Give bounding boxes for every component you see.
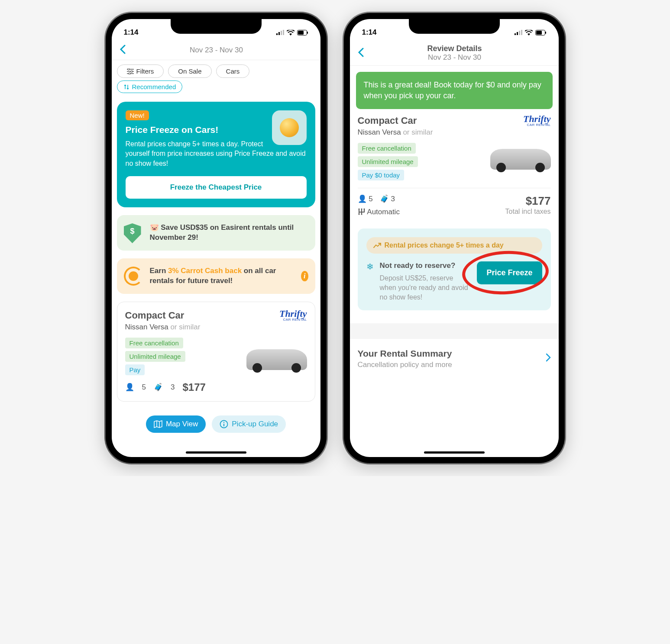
svg-rect-3: [283, 30, 284, 35]
car-model: Nissan Versa: [125, 323, 168, 331]
home-indicator[interactable]: [424, 451, 485, 454]
freeze-desc: Deposit US$25, reserve when you're ready…: [380, 274, 471, 302]
wifi-icon: [525, 30, 533, 35]
tag-pay: Pay: [125, 364, 145, 375]
tag-unlimited-mileage: Unlimited mileage: [358, 156, 418, 167]
coin-icon: [272, 110, 307, 145]
bags: 3: [391, 195, 395, 203]
svg-rect-14: [517, 32, 518, 35]
summary-sub: Cancellation policy and more: [358, 361, 452, 369]
chevron-right-icon: [546, 353, 551, 364]
nav-dates: Nov 23 - Nov 30: [128, 46, 305, 55]
trend-up-icon: [373, 243, 381, 248]
svg-point-22: [363, 209, 365, 210]
pax: 5: [369, 195, 372, 203]
svg-rect-13: [515, 33, 516, 35]
chevron-left-icon: [120, 45, 126, 54]
deal-banner: This is a great deal! Book today for $0 …: [356, 72, 553, 109]
car-title: Compact Car: [358, 115, 433, 126]
car-result-card[interactable]: Compact Car Nissan Versa or similar Thri…: [117, 302, 315, 402]
tag-free-cancel: Free cancellation: [358, 143, 416, 154]
filters-pill[interactable]: Filters: [117, 64, 164, 78]
chevron-left-icon: [358, 48, 364, 57]
person-icon: 👤: [125, 383, 134, 392]
person-icon: 👤: [358, 195, 367, 203]
tag-pay-zero: Pay $0 today: [358, 170, 405, 180]
battery-icon: [297, 30, 308, 35]
svg-rect-0: [276, 33, 278, 35]
map-view-button[interactable]: Map View: [146, 415, 206, 433]
screen-left: 1:14 Nov 23 - Nov 30 Filters On Sale Car…: [112, 19, 320, 457]
home-indicator[interactable]: [186, 451, 246, 454]
cars-pill[interactable]: Cars: [216, 64, 250, 78]
sliders-icon: [127, 68, 134, 74]
svg-rect-1: [278, 32, 280, 35]
easirent-text: Save USD$35 on Easirent rentals until No…: [150, 223, 294, 242]
svg-rect-5: [298, 31, 304, 35]
sort-icon: [123, 84, 129, 90]
status-icons: [515, 30, 547, 35]
phone-right: 1:14 Review Details Nov 23 - Nov 30 This…: [344, 13, 565, 463]
status-icons: [276, 30, 308, 35]
car-title: Compact Car: [125, 310, 201, 321]
price-sub: Total incl taxes: [505, 208, 551, 216]
shield-down-icon: [124, 223, 143, 242]
svg-point-11: [223, 422, 224, 423]
car-image: [246, 349, 307, 375]
new-badge: New!: [126, 110, 149, 120]
tag-unlimited-mileage: Unlimited mileage: [125, 351, 185, 362]
easirent-promo[interactable]: 🐷 Save USD$35 on Easirent rentals until …: [117, 215, 315, 251]
recommended-pill[interactable]: Recommended: [117, 80, 183, 93]
svg-rect-16: [521, 30, 522, 35]
car-model: Nissan Versa: [358, 128, 401, 136]
thrifty-logo: Thrifty: [279, 310, 307, 318]
thrifty-logo: Thrifty: [523, 115, 551, 123]
transmission: Automatic: [367, 208, 400, 216]
status-time: 1:14: [362, 28, 377, 37]
back-button[interactable]: [117, 44, 128, 56]
price: $177: [505, 194, 551, 208]
pickup-guide-button[interactable]: Pick-up Guide: [212, 415, 286, 433]
rental-summary-row[interactable]: Your Rental Summary Cancellation policy …: [358, 339, 551, 373]
svg-rect-18: [536, 31, 542, 35]
svg-point-23: [358, 214, 359, 215]
status-time: 1:14: [124, 28, 139, 37]
wifi-icon: [287, 30, 295, 35]
svg-point-8: [131, 71, 133, 72]
nav-bar: Review Details Nov 23 - Nov 30: [350, 40, 559, 66]
svg-point-24: [361, 214, 362, 215]
car-image: [490, 149, 551, 170]
svg-rect-2: [281, 31, 282, 35]
notch: [409, 19, 500, 34]
carrot-text: Earn 3% Carrot Cash back on all car rent…: [150, 266, 295, 286]
carrot-cash-icon: [124, 267, 143, 286]
map-icon: [154, 420, 162, 428]
nav-dates: Nov 23 - Nov 30: [366, 53, 543, 62]
filters-label: Filters: [136, 68, 154, 75]
svg-rect-15: [519, 31, 520, 35]
filter-row: Filters On Sale Cars: [112, 60, 320, 80]
price-freeze-button[interactable]: Price Freeze: [477, 261, 542, 284]
info-icon[interactable]: i: [301, 271, 308, 281]
notch: [171, 19, 262, 34]
price-change-pill: Rental prices change 5+ times a day: [366, 237, 542, 254]
signal-icon: [276, 30, 284, 35]
pax: 5: [142, 383, 146, 392]
phone-left: 1:14 Nov 23 - Nov 30 Filters On Sale Car…: [106, 13, 327, 463]
freeze-cheapest-button[interactable]: Freeze the Cheapest Price: [126, 176, 307, 199]
price-freeze-box: Rental prices change 5+ times a day ❄ No…: [358, 229, 551, 310]
svg-point-9: [129, 73, 130, 74]
tag-free-cancel: Free cancellation: [125, 338, 183, 348]
pig-emoji: 🐷: [150, 223, 159, 232]
svg-rect-12: [223, 424, 224, 426]
svg-point-20: [358, 209, 359, 210]
thrifty-sub: CAR RENTAL: [523, 123, 551, 127]
car-specs: 👤 5 🧳 3 Automatic $177 Total incl taxes: [358, 194, 551, 216]
summary-title: Your Rental Summary: [358, 348, 452, 359]
recommended-label: Recommended: [132, 83, 176, 90]
nav-bar: Nov 23 - Nov 30: [112, 40, 320, 60]
svg-point-7: [128, 68, 129, 70]
back-button[interactable]: [355, 47, 366, 59]
onsale-pill[interactable]: On Sale: [168, 64, 211, 78]
carrot-cash-promo[interactable]: Earn 3% Carrot Cash back on all car rent…: [117, 258, 315, 294]
